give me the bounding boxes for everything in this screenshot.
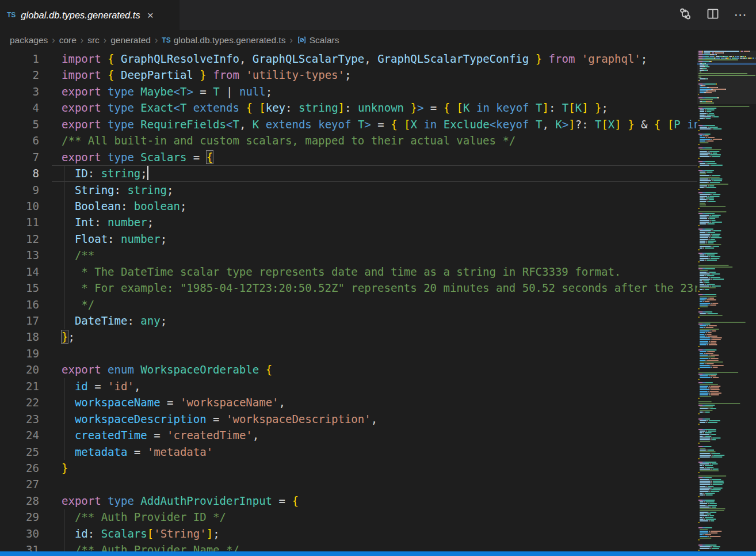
line-number[interactable]: 8 <box>0 165 52 181</box>
code-token <box>62 413 75 425</box>
code-token: import <box>62 52 108 65</box>
code-token: [ <box>457 101 463 114</box>
code-token: string <box>101 167 141 180</box>
code-token: T <box>536 118 542 131</box>
code-token: { <box>207 151 213 163</box>
code-line[interactable]: /** Auth Provider ID */ <box>52 509 697 525</box>
code-token: { <box>108 68 114 81</box>
line-number[interactable]: 26 <box>0 460 52 476</box>
open-changes-button[interactable] <box>675 5 695 25</box>
line-number[interactable]: 27 <box>0 476 52 492</box>
code-line[interactable]: createdTime = 'createdTime', <box>52 427 697 443</box>
code-line[interactable]: import { GraphQLResolveInfo, GraphQLScal… <box>52 51 697 67</box>
code-line[interactable]: export type Scalars = { <box>52 149 697 165</box>
line-number[interactable]: 23 <box>0 411 52 427</box>
code-line[interactable]: import { DeepPartial } from 'utility-typ… <box>52 67 697 83</box>
line-number[interactable]: 30 <box>0 525 52 542</box>
more-actions-button[interactable]: ⋯ <box>731 5 750 25</box>
code-line[interactable]: export type AddAuthProviderInput = { <box>52 493 697 509</box>
code-line[interactable]: */ <box>52 296 697 313</box>
code-token: { <box>266 363 272 376</box>
line-number[interactable]: 7 <box>0 149 52 165</box>
code-line[interactable]: Int: number; <box>52 214 697 230</box>
line-number[interactable]: 4 <box>0 100 52 116</box>
code-token: GraphQLScalarType <box>253 52 364 65</box>
line-number-gutter[interactable]: 1234567891011121314151617181920212223242… <box>0 51 52 551</box>
breadcrumb-item-core[interactable]: core <box>59 35 77 45</box>
line-number[interactable]: 28 <box>0 493 52 509</box>
line-number[interactable]: 10 <box>0 198 52 214</box>
code-line[interactable]: workspaceName = 'workspaceName', <box>52 394 697 410</box>
line-number[interactable]: 29 <box>0 509 52 525</box>
line-number[interactable]: 3 <box>0 83 52 100</box>
code-token: T <box>536 101 542 114</box>
breadcrumb-item-packages[interactable]: packages <box>10 35 48 45</box>
breadcrumb-item-filename[interactable]: global.db.types.generated.ts <box>174 35 286 45</box>
code-token <box>239 101 246 114</box>
code-line[interactable]: * The DateTime scalar type represents da… <box>52 264 697 280</box>
line-number[interactable]: 16 <box>0 296 52 313</box>
code-token: T <box>232 118 239 131</box>
line-number[interactable]: 25 <box>0 444 52 460</box>
chevron-right-icon: › <box>52 35 55 45</box>
code-line[interactable]: ID: string; <box>52 165 697 181</box>
line-number[interactable]: 19 <box>0 345 52 361</box>
code-token <box>62 527 75 540</box>
breadcrumb-item-scalars[interactable]: Scalars <box>310 35 339 45</box>
code-token: ] <box>207 527 213 540</box>
code-line[interactable]: export type Maybe<T> = T | null; <box>52 83 697 100</box>
line-number[interactable]: 22 <box>0 394 52 410</box>
code-line[interactable]: /** <box>52 247 697 263</box>
code-token: { <box>654 118 660 131</box>
code-token: Boolean <box>75 200 121 212</box>
line-number[interactable]: 18 <box>0 329 52 345</box>
line-number[interactable]: 5 <box>0 116 52 132</box>
code-line[interactable]: /** All built-in and custom scalars, map… <box>52 132 697 148</box>
line-number[interactable]: 31 <box>0 542 52 551</box>
code-line[interactable]: Boolean: boolean; <box>52 198 697 214</box>
line-number[interactable]: 9 <box>0 182 52 198</box>
code-line[interactable]: export type Exact<T extends { [key: stri… <box>52 100 697 116</box>
line-number[interactable]: 20 <box>0 361 52 378</box>
line-number[interactable]: 12 <box>0 231 52 247</box>
code-token: { <box>108 52 114 65</box>
code-token: from <box>213 68 239 81</box>
code-line[interactable]: /** Auth Provider Name */ <box>52 542 697 551</box>
code-token: in <box>476 101 490 114</box>
line-number[interactable]: 17 <box>0 313 52 329</box>
code-line[interactable]: }; <box>52 329 697 345</box>
code-token: } <box>628 118 634 131</box>
line-number[interactable]: 15 <box>0 280 52 296</box>
line-number[interactable]: 2 <box>0 67 52 83</box>
code-area[interactable]: import { GraphQLResolveInfo, GraphQLScal… <box>52 51 697 551</box>
code-token: : <box>345 101 358 114</box>
code-line[interactable] <box>52 476 697 492</box>
code-token: : <box>114 184 128 196</box>
breadcrumb-item-src[interactable]: src <box>87 35 100 45</box>
line-number[interactable]: 24 <box>0 427 52 443</box>
code-line[interactable]: Float: number; <box>52 231 697 247</box>
line-number[interactable]: 11 <box>0 214 52 230</box>
line-number[interactable]: 13 <box>0 247 52 263</box>
code-token: * For example: "1985-04-12T23:20:50.52Z"… <box>62 281 697 294</box>
minimap[interactable] <box>697 51 756 551</box>
code-line[interactable]: * For example: "1985-04-12T23:20:50.52Z"… <box>52 280 697 296</box>
line-number[interactable]: 21 <box>0 378 52 394</box>
line-number[interactable]: 6 <box>0 132 52 148</box>
close-icon[interactable]: × <box>147 10 154 21</box>
code-line[interactable]: workspaceDescription = 'workspaceDescrip… <box>52 411 697 427</box>
code-line[interactable]: export enum WorkspaceOrderable { <box>52 361 697 378</box>
code-line[interactable] <box>52 345 697 361</box>
code-line[interactable]: id = 'id', <box>52 378 697 394</box>
split-editor-button[interactable] <box>703 5 723 25</box>
line-number[interactable]: 1 <box>0 51 52 67</box>
code-line[interactable]: DateTime: any; <box>52 313 697 329</box>
tab-global-db-types[interactable]: TS global.db.types.generated.ts × <box>0 0 180 30</box>
code-line[interactable]: metadata = 'metadata' <box>52 444 697 460</box>
code-line[interactable]: export type RequireFields<T, K extends k… <box>52 116 697 132</box>
line-number[interactable]: 14 <box>0 264 52 280</box>
code-line[interactable]: id: Scalars['String']; <box>52 525 697 542</box>
code-line[interactable]: } <box>52 460 697 476</box>
breadcrumb-item-generated[interactable]: generated <box>110 35 151 45</box>
code-line[interactable]: String: string; <box>52 182 697 198</box>
